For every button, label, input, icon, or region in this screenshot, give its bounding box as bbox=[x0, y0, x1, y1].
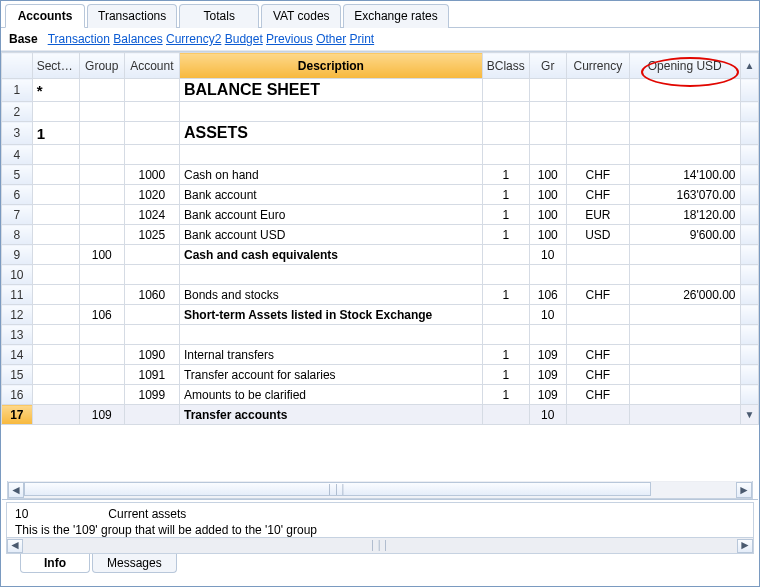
table-row[interactable]: 161099Amounts to be clarified1109CHF bbox=[2, 385, 759, 405]
vscroll-gutter[interactable] bbox=[740, 79, 758, 102]
row-number[interactable]: 13 bbox=[2, 325, 33, 345]
accounts-grid[interactable]: Section Group Account Description BClass… bbox=[1, 52, 759, 425]
cell-bclass[interactable]: 1 bbox=[482, 385, 529, 405]
cell-description[interactable]: Transfer accounts bbox=[179, 405, 482, 425]
submenu-balances[interactable]: Balances bbox=[113, 32, 162, 46]
cell-section[interactable] bbox=[32, 265, 79, 285]
cell-account[interactable]: 1025 bbox=[124, 225, 179, 245]
cell-currency[interactable] bbox=[566, 325, 629, 345]
cell-description[interactable] bbox=[179, 265, 482, 285]
cell-section[interactable] bbox=[32, 205, 79, 225]
top-tab-vat-codes[interactable]: VAT codes bbox=[261, 4, 341, 28]
bottom-tab-info[interactable]: Info bbox=[20, 554, 90, 573]
cell-group[interactable] bbox=[79, 122, 124, 145]
hscroll-right-arrow[interactable]: ► bbox=[736, 482, 752, 498]
table-row[interactable]: 9100Cash and cash equivalents10 bbox=[2, 245, 759, 265]
header-bclass[interactable]: BClass bbox=[482, 53, 529, 79]
cell-description[interactable] bbox=[179, 102, 482, 122]
cell-currency[interactable]: CHF bbox=[566, 185, 629, 205]
vscroll-gutter[interactable] bbox=[740, 285, 758, 305]
cell-description[interactable]: Cash and cash equivalents bbox=[179, 245, 482, 265]
cell-section[interactable] bbox=[32, 385, 79, 405]
header-rownum[interactable] bbox=[2, 53, 33, 79]
cell-group[interactable] bbox=[79, 325, 124, 345]
cell-group[interactable] bbox=[79, 265, 124, 285]
cell-section[interactable] bbox=[32, 145, 79, 165]
bottom-tab-messages[interactable]: Messages bbox=[92, 554, 177, 573]
cell-opening[interactable] bbox=[630, 122, 740, 145]
row-number[interactable]: 5 bbox=[2, 165, 33, 185]
cell-bclass[interactable] bbox=[482, 265, 529, 285]
cell-opening[interactable] bbox=[630, 79, 740, 102]
table-row[interactable]: 71024Bank account Euro1100EUR18'120.00 bbox=[2, 205, 759, 225]
cell-opening[interactable]: 18'120.00 bbox=[630, 205, 740, 225]
vscroll-gutter[interactable] bbox=[740, 165, 758, 185]
cell-gr[interactable] bbox=[529, 325, 566, 345]
cell-opening[interactable] bbox=[630, 365, 740, 385]
cell-group[interactable] bbox=[79, 205, 124, 225]
table-row[interactable]: 10 bbox=[2, 265, 759, 285]
cell-section[interactable] bbox=[32, 225, 79, 245]
table-row[interactable]: 141090Internal transfers1109CHF bbox=[2, 345, 759, 365]
submenu-other[interactable]: Other bbox=[316, 32, 346, 46]
cell-bclass[interactable] bbox=[482, 79, 529, 102]
table-row[interactable]: 12106Short-term Assets listed in Stock E… bbox=[2, 305, 759, 325]
cell-bclass[interactable]: 1 bbox=[482, 225, 529, 245]
header-group[interactable]: Group bbox=[79, 53, 124, 79]
cell-gr[interactable] bbox=[529, 102, 566, 122]
cell-bclass[interactable] bbox=[482, 102, 529, 122]
cell-group[interactable] bbox=[79, 345, 124, 365]
cell-description[interactable] bbox=[179, 325, 482, 345]
submenu-previous[interactable]: Previous bbox=[266, 32, 313, 46]
cell-section[interactable]: 1 bbox=[32, 122, 79, 145]
grid-horizontal-scrollbar[interactable]: ◄ │││ ► bbox=[7, 481, 753, 499]
top-tab-accounts[interactable]: Accounts bbox=[5, 4, 85, 28]
row-number[interactable]: 12 bbox=[2, 305, 33, 325]
cell-description[interactable]: Internal transfers bbox=[179, 345, 482, 365]
table-row[interactable]: 13 bbox=[2, 325, 759, 345]
cell-account[interactable]: 1020 bbox=[124, 185, 179, 205]
cell-description[interactable]: Transfer account for salaries bbox=[179, 365, 482, 385]
cell-description[interactable]: BALANCE SHEET bbox=[179, 79, 482, 102]
cell-gr[interactable] bbox=[529, 122, 566, 145]
vscroll-gutter[interactable] bbox=[740, 365, 758, 385]
cell-currency[interactable] bbox=[566, 145, 629, 165]
cell-opening[interactable] bbox=[630, 102, 740, 122]
cell-section[interactable] bbox=[32, 185, 79, 205]
cell-section[interactable] bbox=[32, 165, 79, 185]
cell-account[interactable]: 1024 bbox=[124, 205, 179, 225]
cell-opening[interactable]: 9'600.00 bbox=[630, 225, 740, 245]
cell-bclass[interactable] bbox=[482, 405, 529, 425]
table-row[interactable]: 111060Bonds and stocks1106CHF26'000.00 bbox=[2, 285, 759, 305]
cell-bclass[interactable] bbox=[482, 245, 529, 265]
cell-account[interactable] bbox=[124, 245, 179, 265]
cell-gr[interactable]: 100 bbox=[529, 165, 566, 185]
cell-account[interactable]: 1090 bbox=[124, 345, 179, 365]
cell-opening[interactable] bbox=[630, 245, 740, 265]
top-tab-totals[interactable]: Totals bbox=[179, 4, 259, 28]
submenu-transaction[interactable]: Transaction bbox=[48, 32, 110, 46]
cell-opening[interactable]: 14'100.00 bbox=[630, 165, 740, 185]
cell-opening[interactable]: 26'000.00 bbox=[630, 285, 740, 305]
cell-account[interactable]: 1099 bbox=[124, 385, 179, 405]
cell-gr[interactable] bbox=[529, 145, 566, 165]
cell-currency[interactable]: CHF bbox=[566, 385, 629, 405]
row-number[interactable]: 17 bbox=[2, 405, 33, 425]
header-opening-usd[interactable]: Opening USD bbox=[630, 53, 740, 79]
cell-description[interactable]: Bank account USD bbox=[179, 225, 482, 245]
hscroll-left-arrow[interactable]: ◄ bbox=[8, 482, 24, 498]
cell-account[interactable] bbox=[124, 122, 179, 145]
cell-opening[interactable] bbox=[630, 385, 740, 405]
cell-currency[interactable]: CHF bbox=[566, 365, 629, 385]
cell-group[interactable] bbox=[79, 225, 124, 245]
table-row[interactable]: 1*BALANCE SHEET bbox=[2, 79, 759, 102]
table-row[interactable]: 61020Bank account1100CHF163'070.00 bbox=[2, 185, 759, 205]
row-number[interactable]: 6 bbox=[2, 185, 33, 205]
submenu-print[interactable]: Print bbox=[349, 32, 374, 46]
vscroll-gutter[interactable] bbox=[740, 205, 758, 225]
cell-section[interactable] bbox=[32, 102, 79, 122]
cell-currency[interactable]: USD bbox=[566, 225, 629, 245]
cell-section[interactable] bbox=[32, 325, 79, 345]
cell-bclass[interactable] bbox=[482, 325, 529, 345]
row-number[interactable]: 9 bbox=[2, 245, 33, 265]
